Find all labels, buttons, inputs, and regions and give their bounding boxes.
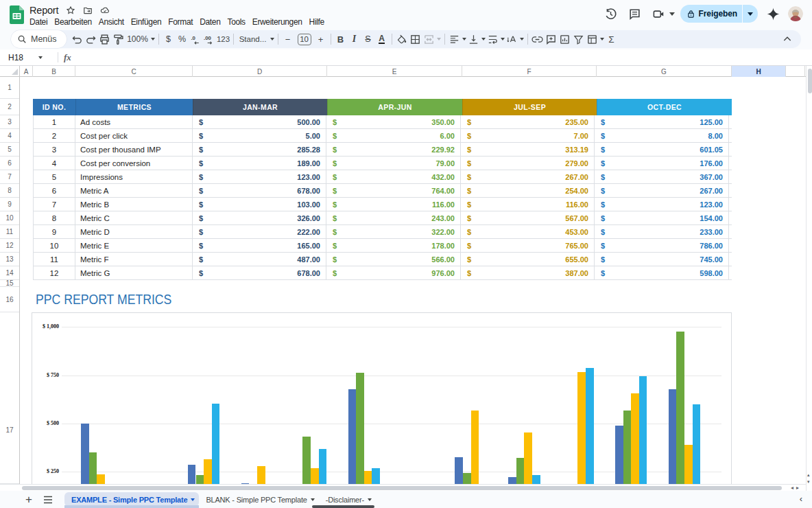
select-all-corner[interactable] [0,66,20,77]
cell-metric[interactable]: Metric F [75,253,193,266]
row-header-5[interactable]: 5 [0,143,19,157]
column-header-C[interactable]: C [75,66,193,77]
cell-id[interactable]: 10 [33,239,75,252]
cell-id[interactable]: 4 [33,157,75,170]
sheet-tab-caret-icon[interactable] [311,498,315,501]
print-icon[interactable] [98,32,112,46]
cell-quarter-value[interactable]: $229.92 [326,143,461,156]
cell-metric[interactable]: Metric A [75,184,193,197]
table-row[interactable]: 7Metric B$103.00$116.00$116.00$123.00 [33,198,732,211]
zoom-select[interactable]: 100% [126,32,150,46]
cell-quarter-value[interactable]: $243.00 [326,211,461,224]
cell-id[interactable]: 11 [33,253,75,266]
menu-tools[interactable]: Tools [224,16,248,28]
font-size-input[interactable]: 10 [295,32,314,46]
vertical-align-icon[interactable] [467,32,481,46]
font-family-select[interactable]: Stand... [237,32,270,46]
cell-quarter-value[interactable]: $786.00 [595,239,729,252]
cell-quarter-value[interactable]: $285.28 [193,143,326,156]
column-header-B[interactable]: B [33,66,75,77]
row-header-2[interactable]: 2 [0,99,19,115]
cell-quarter-value[interactable]: $235.00 [461,115,595,128]
cell-id[interactable]: 1 [33,115,75,128]
document-title[interactable]: Report [29,5,58,16]
cell-quarter-value[interactable]: $123.00 [595,198,729,211]
cell-quarter-value[interactable]: $233.00 [595,225,729,238]
cell-quarter-value[interactable]: $367.00 [595,170,729,183]
sheets-logo-icon[interactable] [10,5,24,24]
row-header-16[interactable]: 16 [0,287,19,312]
cell-quarter-value[interactable]: $165.00 [193,239,326,252]
sheet-tab[interactable]: BLANK - Simple PPC Template [199,492,318,507]
column-header-D[interactable]: D [193,66,327,77]
sheet-tab[interactable]: -Disclaimer- [319,492,376,507]
cell-quarter-value[interactable]: $598.00 [595,266,729,279]
cell-id[interactable]: 7 [33,198,75,211]
cell-quarter-value[interactable]: $6.00 [326,129,461,142]
table-row[interactable]: 6Metric A$678.00$764.00$254.00$267.00 [33,184,732,198]
cell-metric[interactable]: Metric B [75,198,193,211]
cell-quarter-value[interactable]: $745.00 [595,253,729,266]
cell-quarter-value[interactable]: $103.00 [193,198,326,211]
menu-daten[interactable]: Daten [196,16,224,28]
cell-quarter-value[interactable]: $123.00 [193,170,326,183]
cell-quarter-value[interactable]: $566.00 [326,253,461,266]
cell-quarter-value[interactable]: $655.00 [461,253,595,266]
row-header-7[interactable]: 7 [0,170,19,184]
cell-metric[interactable]: Ad costs [75,115,193,128]
menu-erweiterungen[interactable]: Erweiterungen [249,16,306,28]
column-header-E[interactable]: E [327,66,462,77]
share-caret-button[interactable] [743,5,758,23]
menu-ansicht[interactable]: Ansicht [95,16,128,28]
cell-metric[interactable]: Cost per click [75,129,193,142]
add-sheet-button[interactable]: + [22,493,36,507]
cell-quarter-value[interactable]: $154.00 [595,211,729,224]
cell-quarter-value[interactable]: $116.00 [326,198,461,211]
vertical-align-caret-icon[interactable] [481,38,486,41]
decrease-decimal-button[interactable]: .0 [189,32,203,46]
insert-chart-icon[interactable] [558,32,572,46]
row-header-12[interactable]: 12 [0,239,19,253]
row-header-14[interactable]: 14 [0,266,19,280]
font-family-caret-icon[interactable] [270,38,275,41]
cell-quarter-value[interactable]: $432.00 [326,170,461,183]
sheet-tab-active[interactable]: EXAMPLE - Simple PPC Template [64,492,199,507]
more-formats-button[interactable]: 123 [217,32,230,46]
table-row[interactable]: 3Cost per thousand IMP$285.28$229.92$313… [33,143,732,157]
cell-quarter-value[interactable]: $189.00 [193,157,326,170]
table-row[interactable]: 1Ad costs$500.00$350.00$235.00$125.00 [33,115,732,129]
version-history-icon[interactable] [602,5,619,22]
horizontal-scrollbar-arrows[interactable]: ◂▸ [791,485,802,491]
share-button[interactable]: Freigeben [680,5,742,23]
format-percent-button[interactable]: % [176,32,189,46]
cell-quarter-value[interactable]: $487.00 [193,253,326,266]
cell-quarter-value[interactable]: $176.00 [595,157,729,170]
table-row[interactable]: 11Metric F$487.00$566.00$655.00$745.00 [33,253,732,266]
redo-icon[interactable] [84,32,98,46]
sheet-tab-caret-icon[interactable] [368,498,372,501]
menu-datei[interactable]: Datei [26,16,51,28]
scroll-up-arrow-icon[interactable]: ▴ [807,472,810,478]
cell-quarter-value[interactable]: $116.00 [461,198,595,211]
text-rotation-caret-icon[interactable] [519,38,525,41]
account-avatar[interactable] [788,6,803,21]
insert-comment-icon[interactable] [545,32,558,46]
horizontal-scrollbar[interactable]: ◂▸ [0,484,806,491]
borders-icon[interactable] [409,32,422,46]
table-views-icon[interactable] [586,32,599,46]
merge-cells-caret-icon[interactable] [436,38,442,41]
cell-quarter-value[interactable]: $350.00 [326,115,461,128]
vertical-scrollbar[interactable]: ▴ ▾ [806,66,812,491]
paint-format-icon[interactable] [112,32,126,46]
cell-quarter-value[interactable]: $765.00 [461,239,595,252]
undo-icon[interactable] [71,32,84,46]
increase-font-size-button[interactable]: + [314,32,328,46]
cell-metric[interactable]: Metric G [75,266,193,279]
section-title[interactable]: PPC REPORT METRICS [36,291,171,308]
cell-id[interactable]: 6 [33,184,75,197]
cell-metric[interactable]: Cost per conversion [75,157,193,170]
row-header-3[interactable]: 3 [0,115,19,129]
row-header-10[interactable]: 10 [0,211,19,225]
vertical-scrollbar-thumb[interactable] [808,69,812,93]
column-header-F[interactable]: F [462,66,597,77]
